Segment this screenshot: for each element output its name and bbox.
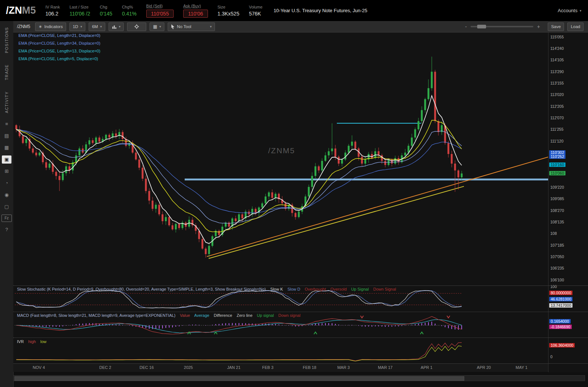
chart-scrollbar[interactable] bbox=[13, 375, 585, 381]
candle bbox=[421, 106, 423, 123]
candle bbox=[451, 151, 453, 167]
ask-buy-button[interactable]: Ask (Buy) 110'06 bbox=[183, 4, 208, 18]
chart-toolbar: /ZNM5 ∗ Indicators 1D ▾ 6M ▾ ▾ ▦ ▾ No To… bbox=[13, 21, 588, 32]
candle bbox=[424, 98, 426, 113]
indicators-icon: ∗ bbox=[38, 25, 42, 28]
candle bbox=[318, 165, 320, 173]
layout-grid-dropdown[interactable]: ▦ ▾ bbox=[150, 23, 164, 31]
archive-icon[interactable]: ▢ bbox=[2, 203, 11, 211]
stat-iv-rank: IV Rank 106.2 bbox=[45, 5, 60, 17]
candle bbox=[295, 212, 297, 220]
candle bbox=[95, 136, 97, 147]
zoom-in-button[interactable]: + bbox=[537, 24, 540, 30]
candle bbox=[345, 150, 346, 161]
ivr-pane[interactable]: IVR high low bbox=[13, 338, 548, 363]
orders-icon[interactable]: ≡ bbox=[2, 120, 11, 128]
candle bbox=[119, 129, 120, 139]
price-marker: 110'060 bbox=[549, 171, 565, 175]
candle bbox=[125, 137, 127, 147]
ivr-label[interactable]: IVR high low bbox=[17, 339, 50, 344]
chart-icon[interactable]: ▣ bbox=[2, 155, 11, 164]
load-button[interactable]: Load bbox=[567, 23, 584, 31]
main-chart[interactable]: EMA (Price=CLOSE, Length=21, Displace=0)… bbox=[13, 32, 548, 285]
instrument-title: 10-Year U.S. Treasury Note Futures, Jun-… bbox=[274, 8, 368, 13]
legend-high: high bbox=[28, 339, 36, 344]
timeframe-dropdown[interactable]: 1D ▾ bbox=[69, 23, 85, 31]
drawing-tool-dropdown[interactable]: No Tool ▾ bbox=[168, 23, 215, 31]
bid-sell-button[interactable]: Bid (Sell) 110'055 bbox=[146, 4, 174, 18]
time-axis[interactable]: NOV 4DEC 2DEC 162025JAN 21FEB 3FEB 18MAR… bbox=[13, 364, 548, 372]
ema-5-label[interactable]: EMA (Price=CLOSE, Length=5, Displace=0) bbox=[18, 56, 100, 61]
candle bbox=[222, 223, 223, 237]
chart-style-dropdown[interactable]: ▾ bbox=[109, 23, 124, 31]
zoom-slider-handle[interactable] bbox=[477, 25, 486, 28]
macd-pane[interactable]: MACD (Fast length=8, Slow length=21, MAC… bbox=[13, 312, 548, 337]
candle bbox=[188, 216, 190, 229]
candle bbox=[89, 137, 90, 147]
candle bbox=[325, 152, 327, 162]
candlestick-chart[interactable] bbox=[13, 32, 548, 285]
ivr-high-line bbox=[16, 343, 462, 361]
time-axis-label: DEC 2 bbox=[99, 365, 111, 370]
price-tick: 108'270 bbox=[550, 208, 564, 213]
grid-icon[interactable]: ⊞ bbox=[2, 167, 11, 175]
ema-21-label[interactable]: EMA (Price=CLOSE, Length=21, Displace=0) bbox=[18, 33, 100, 38]
candle bbox=[99, 136, 100, 143]
price-tick: 106'100 bbox=[550, 278, 564, 282]
candle bbox=[245, 210, 247, 222]
sidebar-tab-positions[interactable]: POSITIONS bbox=[4, 27, 9, 53]
legend-low: low bbox=[40, 339, 47, 344]
ema-34-label[interactable]: EMA (Price=CLOSE, Length=34, Displace=0) bbox=[18, 41, 100, 45]
fz-icon[interactable]: Fz bbox=[1, 215, 12, 222]
help-icon[interactable]: ? bbox=[2, 226, 11, 234]
range-dropdown[interactable]: 6M ▾ bbox=[89, 23, 105, 31]
price-tick: 111'255 bbox=[550, 127, 563, 131]
price-tick: 112'070 bbox=[550, 116, 564, 120]
watchlist-icon[interactable]: ▤ bbox=[2, 132, 11, 140]
accounts-dropdown[interactable]: Accounts ▾ bbox=[558, 8, 581, 13]
stochastic-pane[interactable]: Slow Stochastic (K Period=14, D Period=9… bbox=[13, 286, 548, 311]
save-button[interactable]: Save bbox=[548, 23, 564, 31]
price-axis[interactable]: 115'055114'240114'105113'290113'155113'0… bbox=[548, 32, 588, 372]
symbol-root: /ZN bbox=[6, 5, 22, 16]
price-tick: 108 bbox=[550, 231, 557, 236]
toolbar-symbol: /ZNM5 bbox=[17, 24, 30, 29]
candle bbox=[431, 56, 433, 90]
contacts-icon[interactable]: ◉ bbox=[2, 191, 11, 199]
candle bbox=[265, 194, 267, 205]
candle bbox=[414, 127, 416, 141]
sidebar-tab-trade[interactable]: TRADE bbox=[4, 64, 9, 80]
settings-button[interactable] bbox=[127, 23, 146, 31]
time-axis-label: DEC 16 bbox=[140, 365, 154, 370]
pane-separator bbox=[13, 312, 588, 312]
candle bbox=[158, 203, 160, 216]
history-icon[interactable]: ◔ bbox=[2, 179, 11, 187]
chevron-down-icon: ▾ bbox=[81, 25, 82, 28]
trend-line-1[interactable] bbox=[209, 186, 464, 258]
left-sidebar: POSITIONS TRADE ACTIVITY ≡ ▤ ▦ ▣ ⊞ ◔ ◉ ▢… bbox=[0, 21, 14, 387]
price-tick: 107'050 bbox=[550, 254, 564, 259]
zoom-slider[interactable] bbox=[471, 26, 533, 27]
time-axis-label: JAN 21 bbox=[227, 365, 240, 370]
legend-ivr: IVR bbox=[17, 339, 24, 344]
stochastic-label[interactable]: Slow Stochastic (K Period=14, D Period=9… bbox=[17, 287, 399, 291]
indicators-button[interactable]: ∗ Indicators bbox=[35, 23, 66, 31]
candle bbox=[255, 207, 257, 215]
legend-value: Value bbox=[180, 313, 190, 318]
zoom-control: - + bbox=[465, 24, 540, 30]
zoom-out-button[interactable]: - bbox=[465, 24, 467, 30]
time-axis-label: FEB 18 bbox=[303, 365, 317, 370]
scrollbar-handle[interactable] bbox=[14, 376, 464, 381]
candle bbox=[115, 130, 117, 139]
macd-label[interactable]: MACD (Fast length=8, Slow length=21, MAC… bbox=[17, 313, 304, 318]
sidebar-tab-activity[interactable]: ACTIVITY bbox=[4, 91, 9, 113]
ema-13-label[interactable]: EMA (Price=CLOSE, Length=13, Displace=0) bbox=[18, 49, 100, 53]
pane-separator bbox=[13, 363, 588, 364]
candle bbox=[365, 156, 366, 167]
candle bbox=[275, 192, 277, 201]
trend-line-0[interactable] bbox=[207, 157, 548, 257]
price-tick: 111'120 bbox=[550, 139, 563, 143]
time-axis-label: NOV 4 bbox=[33, 365, 45, 370]
calendar-icon[interactable]: ▦ bbox=[2, 144, 11, 152]
candle bbox=[411, 134, 413, 148]
